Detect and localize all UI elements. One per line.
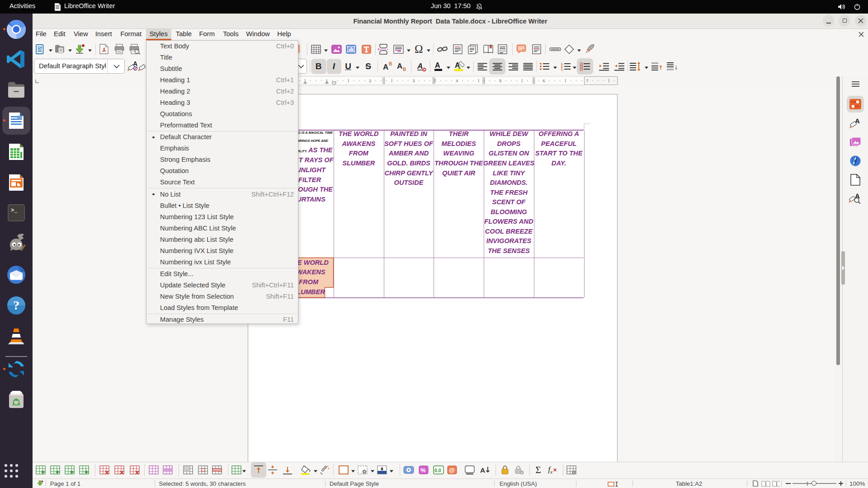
svg-text:0.0: 0.0 — [434, 468, 441, 473]
svg-text:@: @ — [449, 467, 455, 474]
svg-text:1.: 1. — [561, 67, 564, 71]
svg-text:A: A — [417, 62, 423, 70]
svg-text:B: B — [403, 67, 406, 72]
svg-text:4: 4 — [456, 78, 458, 83]
svg-text:%: % — [420, 467, 426, 474]
svg-text:A: A — [480, 466, 485, 474]
svg-text:3: 3 — [412, 78, 415, 83]
svg-text:7: 7 — [586, 78, 588, 83]
svg-text:A: A — [397, 62, 402, 70]
svg-text:6: 6 — [542, 78, 545, 83]
svg-text:A: A — [383, 63, 388, 71]
svg-text:A: A — [855, 192, 860, 200]
svg-text:B: B — [389, 61, 392, 66]
svg-text:2: 2 — [369, 78, 371, 83]
svg-text:>_: >_ — [11, 207, 18, 214]
svg-text:5: 5 — [499, 78, 501, 83]
svg-text:?: ? — [13, 298, 19, 312]
svg-text:A: A — [435, 61, 440, 69]
